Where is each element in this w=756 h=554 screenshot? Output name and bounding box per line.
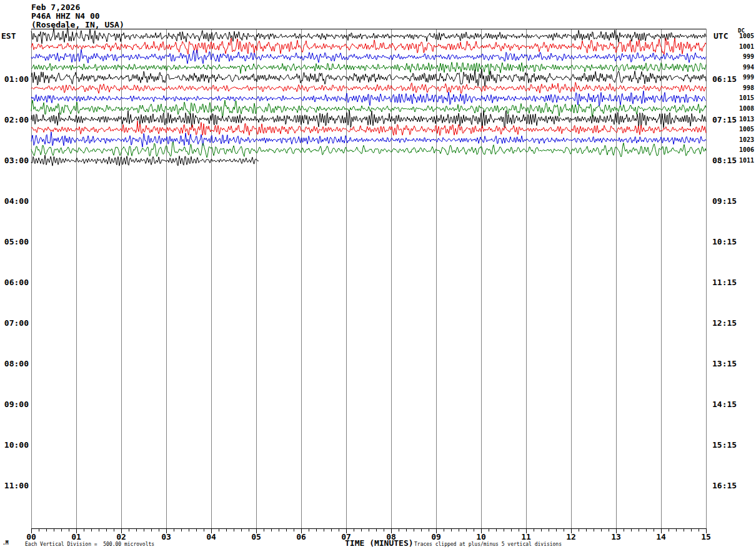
right-time-label: 13:15 (712, 360, 741, 368)
scale-note: Each Vertical Division = 500.00 microvol… (25, 541, 154, 547)
seismogram-trace-row-1 (31, 28, 706, 44)
dc-value: 1006 (722, 147, 754, 153)
right-time-label: 15:15 (712, 441, 741, 449)
x-axis-title: TIME (MINUTES) (345, 538, 414, 548)
left-time-label: 02:00 (0, 116, 29, 124)
left-time-label: 03:00 (0, 156, 29, 164)
dc-value: 1023 (722, 137, 754, 143)
seismogram-trace-row-11 (31, 132, 706, 147)
x-tick-label: 11 (516, 533, 536, 541)
x-tick-label: 10 (471, 533, 491, 541)
seismogram-trace-row-5 (31, 69, 706, 86)
x-tick-label: 15 (696, 533, 716, 541)
dc-value: 999 (722, 54, 754, 60)
seismogram-trace-row-7 (31, 91, 706, 106)
dc-value: 1001 (722, 44, 754, 50)
x-tick-label: 03 (156, 533, 176, 541)
dc-value: 1008 (722, 106, 754, 112)
x-tick-label: 05 (246, 533, 266, 541)
x-tick-label: 09 (426, 533, 446, 541)
location-label: (Rosedale, IN, USA) (31, 20, 124, 29)
dc-value: 1011 (722, 158, 754, 164)
right-time-label: 11:15 (712, 278, 741, 286)
left-time-label: 11:00 (0, 481, 29, 490)
seismogram-trace-row-13 (31, 155, 259, 166)
dc-value: 1013 (722, 116, 754, 123)
dc-value: 1015 (722, 95, 754, 101)
right-time-label: 10:15 (712, 238, 741, 246)
date-label: Feb 7,2026 (31, 3, 80, 12)
right-time-label: 16:15 (712, 481, 741, 490)
dc-value: 1005 (722, 33, 754, 39)
seismogram-trace-row-2 (31, 38, 706, 54)
x-tick-label: 06 (291, 533, 311, 541)
seismogram-trace-row-12 (31, 142, 706, 158)
x-tick-label: 00 (21, 533, 41, 541)
left-time-label: 08:00 (0, 360, 29, 368)
corner-mark: .M (2, 540, 9, 546)
seismogram-trace-row-8 (31, 100, 706, 117)
x-tick-label: 12 (561, 533, 581, 541)
x-tick-label: 02 (111, 533, 131, 541)
left-time-label: 06:00 (0, 278, 29, 286)
timezone-left-label: EST (1, 31, 16, 41)
helicorder-plot (0, 0, 756, 554)
right-time-label: 14:15 (712, 400, 741, 408)
seismogram-trace-row-3 (31, 49, 706, 64)
seismogram-trace-row-4 (31, 62, 706, 74)
left-time-label: 10:00 (0, 441, 29, 449)
dc-value: 999 (722, 74, 754, 81)
left-time-label: 07:00 (0, 319, 29, 327)
left-time-label: 01:00 (0, 75, 29, 83)
x-tick-label: 14 (651, 533, 671, 541)
left-time-label: 05:00 (0, 238, 29, 246)
right-time-label: 09:15 (712, 197, 741, 205)
station-label: P46A HHZ N4 00 (31, 11, 100, 21)
seismogram-trace-row-6 (31, 83, 706, 94)
x-tick-label: 01 (66, 533, 86, 541)
clip-note: Traces clipped at plus/minus 5 vertical … (414, 541, 562, 547)
x-tick-label: 04 (201, 533, 221, 541)
seismogram-trace-row-10 (31, 121, 706, 136)
helicorder-page: Feb 7,2026 P46A HHZ N4 00 (Rosedale, IN,… (0, 0, 756, 554)
right-time-label: 12:15 (712, 319, 741, 327)
left-time-label: 09:00 (0, 400, 29, 408)
left-time-label: 04:00 (0, 197, 29, 205)
dc-value: 998 (722, 85, 754, 91)
dc-value: 994 (722, 64, 754, 71)
seismogram-trace-row-9 (31, 111, 706, 128)
x-tick-label: 13 (606, 533, 626, 541)
dc-value: 1005 (722, 126, 754, 133)
